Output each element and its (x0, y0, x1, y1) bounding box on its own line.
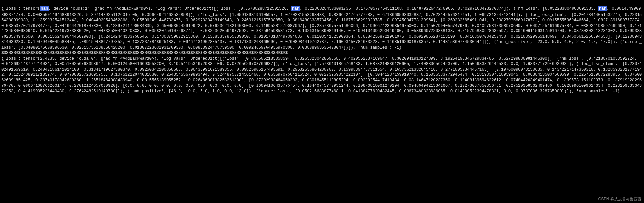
separator-line: $$$$$$$$$$$$$$$$$$$$$$$$$$$$$$$$$$$$$$$$… (1, 51, 288, 55)
nan-highlight-2: nan (291, 6, 300, 11)
csdn-watermark: CSDN @皮皮鲁与鲁西西 (598, 197, 641, 202)
nan-highlight-1: nan (40, 6, 49, 11)
terminal-output: {'loss': tensor(nan, device='cuda:1', gr… (1, 1, 643, 94)
tensor-highlight: tensor(nan (23, 6, 49, 12)
block2-text: {'loss': tensor(2.4235, device='cuda:0',… (1, 56, 642, 94)
nan-highlight-3: nan (598, 6, 607, 11)
block1-text: {'loss': tensor(nan, device='cuda:1', gr… (1, 6, 644, 50)
nan-underline-2: nan (291, 6, 300, 12)
